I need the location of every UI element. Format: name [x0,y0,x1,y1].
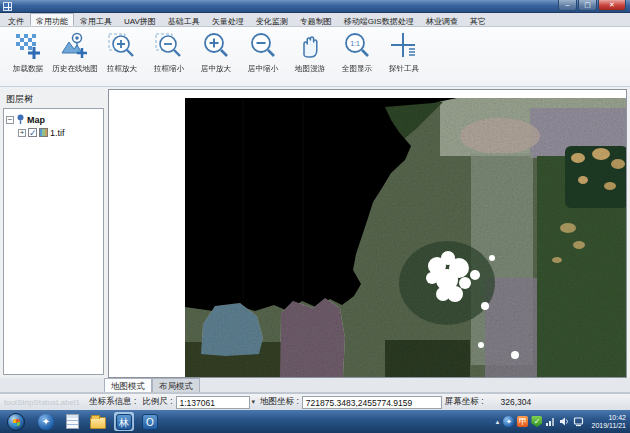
tray-volume-icon[interactable] [559,413,570,431]
tab-map-mode[interactable]: 地图模式 [104,378,152,392]
maximize-button[interactable]: ▢ [578,0,597,11]
toolbar-button-label: 加载数据 [12,63,42,73]
taskbar-explorer-app[interactable] [88,412,108,431]
toolbar-button-label: 居中缩小 [247,63,277,73]
tab-common-functions[interactable]: 常用功能 [30,13,74,26]
map-coordinate-label: 地图坐标 : [260,396,299,408]
pan-hand-icon [294,30,326,62]
collapse-expander-icon[interactable]: − [6,116,14,124]
taskbar-o-app[interactable]: O [140,412,160,431]
tab-basic-tools[interactable]: 基础工具 [162,13,206,26]
layer-tree-panel[interactable]: − Map + ✓ 1.tif [3,108,104,375]
windows-taskbar: ✦ 林 O ▲ ✦ 甲 ✓ [0,410,630,433]
map-coordinate-field[interactable]: 721875.3483,2455774.9159 [302,396,442,409]
probe-tool-icon [388,30,420,62]
center-zoom-out-button[interactable]: 居中缩小 [239,30,286,74]
toolbar-button-label: 居中放大 [200,63,230,73]
windows-logo-icon [13,419,20,426]
taskbar-notepad-app[interactable] [62,412,82,431]
map-node-label: Map [27,115,45,125]
tray-input-method-icon[interactable]: 甲 [517,416,528,427]
box-zoom-in-icon [106,30,138,62]
tab-uav-mosaic[interactable]: UAV拼图 [118,13,162,26]
toolbar-button-label: 探针工具 [388,63,418,73]
full-extent-icon: 1:1 [341,30,373,62]
history-online-map-icon [59,30,91,62]
full-extent-icon-text: 1:1 [350,40,360,47]
toolbar-button-label: 历史在线地图 [52,63,98,73]
view-mode-tab-bar: 地图模式 布局模式 [0,378,630,393]
box-zoom-in-button[interactable]: 拉框放大 [98,30,145,74]
tab-vector-processing[interactable]: 矢量处理 [206,13,250,26]
tray-star-icon[interactable]: ✦ [503,416,514,427]
title-bar[interactable]: – ▢ ✕ [0,0,630,13]
clock-date: 2019/11/21 [591,422,626,430]
status-placeholder-label: toolStripStatusLabel1 [4,398,80,407]
o-app-icon: O [142,414,158,430]
taskbar-clock[interactable]: 10:42 2019/11/21 [591,414,626,430]
notepad-icon [66,414,79,429]
toolbar-button-label: 拉框放大 [106,63,136,73]
taskbar-messenger-app[interactable]: ✦ [36,412,56,431]
scale-dropdown-arrow-icon[interactable]: ▾ [252,398,256,406]
status-bar: toolStripStatusLabel1 坐标系信息 : 比例尺 : 1:13… [0,393,630,410]
tray-expand-arrow-icon[interactable]: ▲ [495,419,501,425]
application-window: – ▢ ✕ 文件 常用功能 常用工具 UAV拼图 基础工具 矢量处理 变化监测 … [0,0,630,433]
ribbon-tab-bar: 文件 常用功能 常用工具 UAV拼图 基础工具 矢量处理 变化监测 专题制图 移… [0,13,630,27]
tree-node-map[interactable]: − Map [6,113,101,126]
pan-button[interactable]: 地图漫游 [286,30,333,74]
app-window-icon [3,2,12,11]
toolbar-button-label: 地图漫游 [294,63,324,73]
tab-layout-mode[interactable]: 布局模式 [152,378,200,392]
folder-icon [90,417,106,429]
minimize-button[interactable]: – [558,0,577,11]
box-zoom-out-button[interactable]: 拉框缩小 [145,30,192,74]
tab-other[interactable]: 其它 [464,13,492,26]
screen-coordinate-value: 326,304 [501,397,532,407]
toolbar-button-label: 全图显示 [341,63,371,73]
center-zoom-in-icon [200,30,232,62]
tab-file[interactable]: 文件 [2,13,30,26]
tab-change-monitoring[interactable]: 变化监测 [250,13,294,26]
expand-expander-icon[interactable]: + [18,129,26,137]
box-zoom-out-icon [153,30,185,62]
tab-mobile-gis-data[interactable]: 移动端GIS数据处理 [338,13,420,26]
start-button[interactable] [7,413,25,431]
probe-tool-button[interactable]: 探针工具 [380,30,427,74]
tray-action-center-icon[interactable] [573,413,584,431]
system-tray: ▲ ✦ 甲 ✓ [495,413,630,431]
history-online-map-button[interactable]: 历史在线地图 [51,30,98,74]
tab-common-tools[interactable]: 常用工具 [74,13,118,26]
coord-system-label: 坐标系信息 : [89,396,136,408]
layer-visibility-checkbox[interactable]: ✓ [28,128,37,137]
scale-label: 比例尺 : [142,396,172,408]
raster-layer-icon [39,128,48,137]
main-area: 图层树 − Map + ✓ 1.tif [0,87,630,378]
tab-forestry-survey[interactable]: 林业调查 [420,13,464,26]
tree-node-layer[interactable]: + ✓ 1.tif [6,126,101,139]
center-zoom-out-icon [247,30,279,62]
clock-time: 10:42 [591,414,626,422]
satellite-imagery [185,98,627,377]
load-data-icon [12,30,44,62]
forestry-app-icon: 林 [116,414,132,430]
toolbar-button-label: 拉框缩小 [153,63,183,73]
load-data-button[interactable]: 加载数据 [4,30,51,74]
center-zoom-in-button[interactable]: 居中放大 [192,30,239,74]
toolbar: 加载数据 历史在线地图 [0,27,630,87]
scale-combobox[interactable]: 1:137061 [176,396,250,409]
close-button[interactable]: ✕ [598,0,626,11]
messenger-star-icon: ✦ [38,414,54,430]
layer-node-label: 1.tif [50,128,65,138]
tray-network-icon[interactable] [545,413,556,431]
tab-thematic-mapping[interactable]: 专题制图 [294,13,338,26]
screen-coordinate-label: 屏幕坐标 : [445,396,484,408]
tray-security-shield-icon[interactable]: ✓ [531,416,542,427]
taskbar-forestry-app-active[interactable]: 林 [114,412,134,431]
map-viewport[interactable] [108,89,627,378]
map-node-icon [16,114,25,125]
layer-tree-title: 图层树 [6,93,33,106]
full-extent-button[interactable]: 1:1 全图显示 [333,30,380,74]
